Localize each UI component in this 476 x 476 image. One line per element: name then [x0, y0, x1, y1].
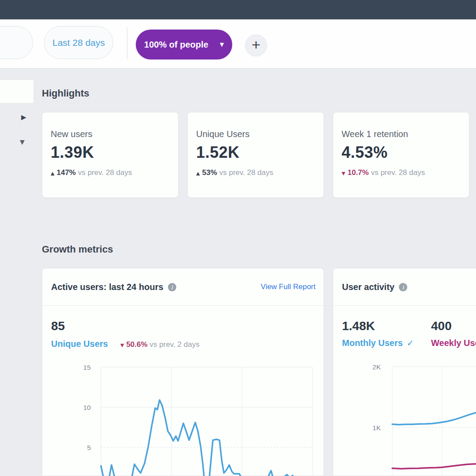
- metric-value: 1.39K: [51, 143, 169, 162]
- card-title: Active users: last 24 hours: [51, 282, 164, 292]
- metric-label: Unique Users: [196, 129, 315, 139]
- metric-card-new-users: New users 1.39K ▲147%vs prev. 28 days: [42, 112, 178, 198]
- audience-filter-button[interactable]: 100% of people ▼: [136, 30, 232, 60]
- trend-up-icon: ▲: [51, 171, 54, 176]
- delta-value: 10.7%: [347, 168, 368, 177]
- delta-suffix: vs prev. 28 days: [219, 168, 274, 177]
- date-range-button[interactable]: Last 28 days: [44, 26, 113, 59]
- active-users-value: 85: [51, 319, 324, 333]
- active-users-card: Active users: last 24 hours i View Full …: [42, 268, 324, 476]
- delta-value: 50.6%: [126, 340, 147, 349]
- check-icon: ✓: [407, 338, 414, 348]
- monthly-users-stat: 1.48K Monthly Users✓: [342, 319, 431, 348]
- date-range-label: Last 28 days: [52, 37, 105, 48]
- metric-value: 1.52K: [196, 143, 315, 162]
- info-icon[interactable]: i: [168, 283, 176, 291]
- delta-suffix: vs prev. 2 days: [150, 340, 200, 349]
- metric-delta: ▲53%vs prev. 28 days: [196, 168, 315, 177]
- audience-filter-label: 100% of people: [144, 40, 208, 50]
- filter-pill-partial[interactable]: [0, 26, 33, 59]
- stat-value: 400: [431, 319, 476, 333]
- add-filter-button[interactable]: +: [245, 34, 267, 56]
- delta-value: 147%: [56, 168, 75, 177]
- caret-down-icon[interactable]: ▼: [20, 138, 25, 145]
- view-full-report-link[interactable]: View Full Report: [261, 283, 316, 291]
- sidebar-selected-item[interactable]: [0, 79, 34, 104]
- metric-delta: ▼10.7%vs prev. 28 days: [342, 168, 460, 177]
- chevron-down-icon: ▼: [220, 41, 224, 48]
- card-body: 85 Unique Users ▼50.6%vs prev. 2 days: [42, 319, 324, 349]
- info-icon[interactable]: i: [399, 283, 407, 291]
- card-title: User activity: [342, 282, 394, 292]
- plus-icon: +: [252, 36, 260, 53]
- metric-label: New users: [51, 129, 169, 139]
- metric-card-unique-users: Unique Users 1.52K ▲53%vs prev. 28 days: [187, 112, 324, 198]
- trend-down-icon: ▼: [120, 342, 124, 348]
- series-toggle-monthly-users[interactable]: Monthly Users✓: [342, 338, 431, 348]
- metric-label: Week 1 retention: [342, 129, 460, 139]
- card-header: Active users: last 24 hours i View Full …: [42, 268, 324, 306]
- filter-toolbar: Last 28 days 100% of people ▼ +: [0, 19, 476, 69]
- delta-value: 53%: [202, 168, 217, 177]
- growth-metrics-section-title: Growth metrics: [42, 244, 113, 255]
- series-toggle-unique-users[interactable]: Unique Users: [51, 339, 108, 349]
- series-toggle-weekly-users[interactable]: Weekly Users: [431, 338, 476, 348]
- highlights-cards-row: New users 1.39K ▲147%vs prev. 28 days Un…: [42, 112, 469, 198]
- trend-up-icon: ▲: [196, 171, 200, 176]
- metric-delta: ▲147%vs prev. 28 days: [51, 168, 169, 177]
- metric-delta: ▼50.6%vs prev. 2 days: [120, 340, 200, 349]
- metric-value: 4.53%: [342, 143, 460, 162]
- highlights-section-title: Highlights: [42, 88, 89, 99]
- top-navigation-bar: [0, 0, 476, 19]
- metric-card-week1-retention: Week 1 retention 4.53% ▼10.7%vs prev. 28…: [333, 112, 469, 198]
- card-header: User activity i: [333, 268, 476, 306]
- trend-down-icon: ▼: [342, 171, 345, 176]
- toolbar-divider: [127, 27, 127, 59]
- weekly-users-stat: 400 Weekly Users: [431, 319, 476, 348]
- stat-value: 1.48K: [342, 319, 431, 333]
- caret-right-icon[interactable]: ▶: [21, 113, 26, 121]
- delta-suffix: vs prev. 28 days: [78, 168, 132, 177]
- card-body: 1.48K Monthly Users✓ 400 Weekly Users: [333, 319, 476, 348]
- user-activity-card: User activity i 1.48K Monthly Users✓ 400…: [333, 268, 476, 476]
- delta-suffix: vs prev. 28 days: [371, 168, 425, 177]
